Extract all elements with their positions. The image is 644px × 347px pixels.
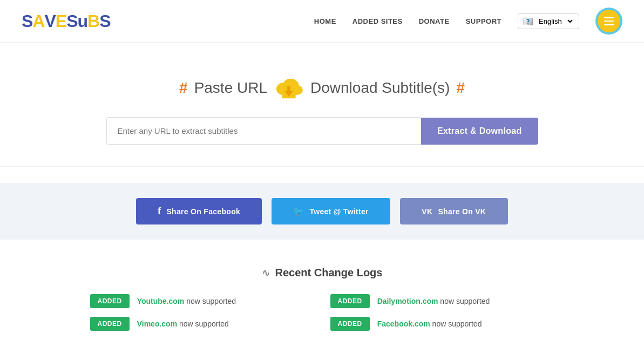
nav-added-sites[interactable]: ADDED SITES — [352, 17, 403, 25]
hero-title: # Paste URL Download Subtitle(s) # — [11, 75, 633, 101]
changelog-text: Youtube.com now supported — [137, 297, 236, 305]
added-badge: ADDED — [90, 317, 130, 331]
flag-icon: 🇦🇧 — [523, 16, 533, 26]
vimeo-link[interactable]: Vimeo.com — [137, 319, 177, 328]
share-twitter-label: Tweet @ Twitter — [309, 207, 368, 216]
nav-support[interactable]: SUPPORT — [466, 17, 501, 25]
language-dropdown[interactable]: English Français Español — [537, 17, 574, 26]
facebook-icon: f — [158, 206, 161, 217]
share-vk-label: Share On VK — [438, 207, 486, 216]
divider-1 — [0, 166, 644, 167]
changelog-section: ∿ Recent Change Logs ADDED Youtube.com n… — [79, 267, 565, 331]
logo[interactable]: SAVE SuBS — [22, 11, 110, 31]
share-twitter-button[interactable]: 🐦 Tweet @ Twitter — [272, 198, 390, 224]
list-item: ADDED Vimeo.com now supported — [90, 317, 314, 331]
changelog-grid: ADDED Youtube.com now supported ADDED Da… — [90, 294, 554, 331]
twitter-icon: 🐦 — [293, 206, 304, 216]
share-vk-button[interactable]: VK Share On VK — [400, 198, 508, 224]
logo-a: A — [32, 11, 44, 31]
logo-u: u — [77, 11, 87, 31]
hero-section: # Paste URL Download Subtitle(s) # Extra… — [0, 43, 644, 166]
main-nav: HOME ADDED SITES DONATE SUPPORT 🇦🇧 Engli… — [314, 8, 622, 35]
dailymotion-link[interactable]: Dailymotion.com — [377, 297, 438, 305]
share-facebook-button[interactable]: f Share On Facebook — [136, 198, 262, 224]
search-bar: Extract & Download — [106, 117, 538, 145]
hash-left: # — [179, 79, 188, 97]
changelog-text: Facebook.com now supported — [377, 319, 482, 328]
share-bar: f Share On Facebook 🐦 Tweet @ Twitter VK… — [0, 183, 644, 240]
svg-rect-5 — [287, 86, 290, 92]
added-badge: ADDED — [90, 294, 130, 308]
facebook-link[interactable]: Facebook.com — [377, 319, 430, 328]
hash-right: # — [456, 79, 465, 97]
changelog-text: Dailymotion.com now supported — [377, 297, 490, 305]
url-input[interactable] — [106, 117, 421, 145]
header: SAVE SuBS HOME ADDED SITES DONATE SUPPOR… — [0, 0, 644, 43]
changelog-title: ∿ Recent Change Logs — [90, 267, 554, 279]
changelog-text: Vimeo.com now supported — [137, 319, 229, 328]
language-selector[interactable]: 🇦🇧 English Français Español — [518, 13, 579, 29]
user-avatar — [598, 10, 620, 32]
share-facebook-label: Share On Facebook — [166, 207, 240, 216]
changelog-title-text: Recent Change Logs — [275, 267, 383, 279]
logo-e: E — [56, 11, 66, 31]
hamburger-icon — [604, 17, 614, 25]
vk-icon: VK — [422, 207, 432, 216]
logo-v: V — [44, 11, 55, 31]
added-badge: ADDED — [330, 294, 370, 308]
nav-home[interactable]: HOME — [314, 17, 336, 25]
paste-url-label: Paste URL — [194, 79, 267, 97]
user-menu-button[interactable] — [595, 8, 622, 35]
logo-space: S — [66, 11, 77, 31]
list-item: ADDED Dailymotion.com now supported — [330, 294, 554, 308]
rss-icon: ∿ — [262, 267, 270, 279]
logo-s: S — [22, 11, 32, 31]
list-item: ADDED Youtube.com now supported — [90, 294, 314, 308]
cloud-download-icon — [274, 75, 304, 101]
logo-s2: S — [99, 11, 110, 31]
extract-download-button[interactable]: Extract & Download — [421, 118, 538, 145]
nav-donate[interactable]: DONATE — [419, 17, 450, 25]
added-badge: ADDED — [330, 317, 370, 331]
download-subtitles-label: Download Subtitle(s) — [310, 79, 450, 97]
youtube-link[interactable]: Youtube.com — [137, 297, 185, 305]
logo-b: B — [87, 11, 99, 31]
list-item: ADDED Facebook.com now supported — [330, 317, 554, 331]
